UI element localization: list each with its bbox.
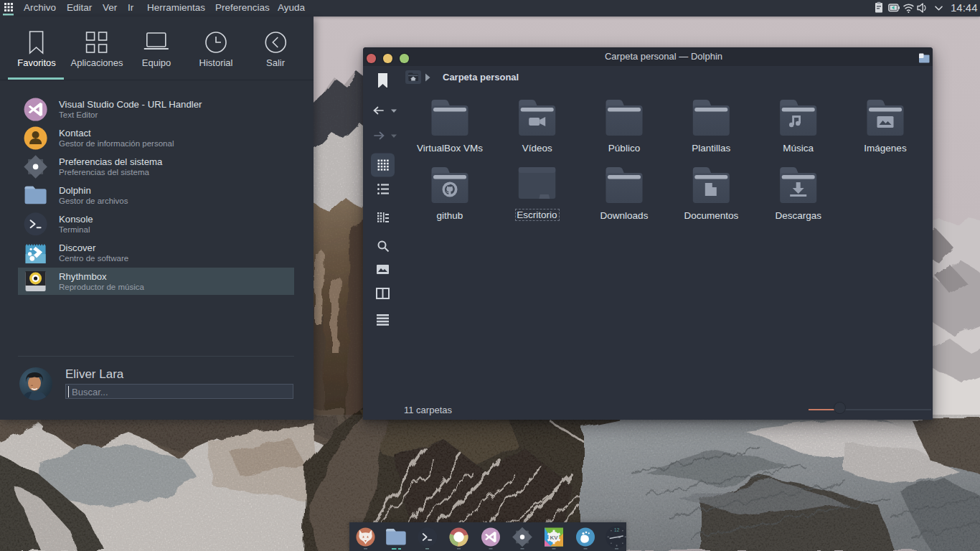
svg-text:KV: KV bbox=[550, 534, 558, 541]
svg-text:12: 12 bbox=[614, 527, 620, 532]
